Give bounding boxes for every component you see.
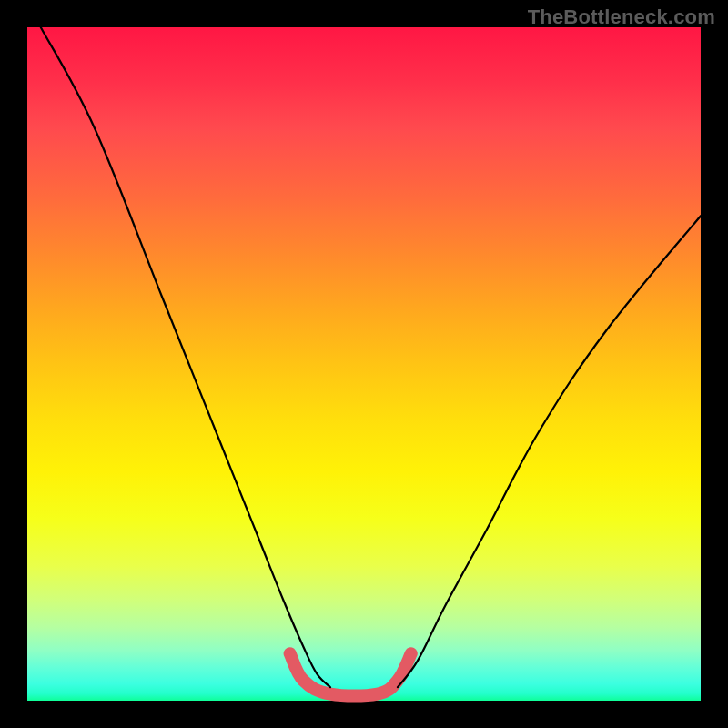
highlight-region xyxy=(290,653,411,695)
watermark-text: TheBottleneck.com xyxy=(528,5,715,29)
curve-layer xyxy=(27,27,701,701)
right-curve xyxy=(398,216,701,687)
left-curve xyxy=(41,27,330,687)
plot-area xyxy=(27,27,701,701)
chart-frame: TheBottleneck.com xyxy=(0,0,728,728)
